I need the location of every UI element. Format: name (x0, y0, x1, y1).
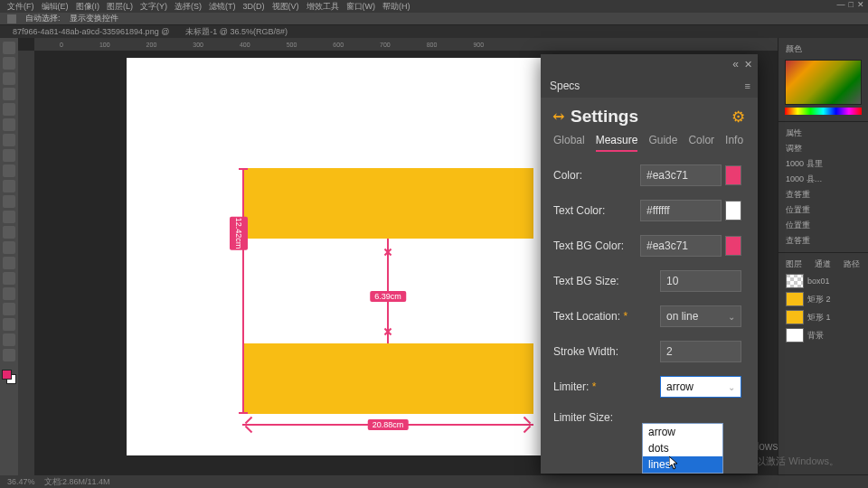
specs-panel: « ✕ Specs ≡ ⤢Settings ⚙ Global Measure G… (541, 54, 758, 474)
color-panel-tab[interactable]: 颜色 (782, 42, 864, 57)
status-bar: 36.47% 文档:2.86M/11.4M (0, 475, 868, 488)
menu-edit[interactable]: 编辑(E) (42, 1, 69, 13)
color-picker[interactable] (785, 60, 862, 105)
menu-filter[interactable]: 滤镜(T) (209, 1, 236, 13)
limiter-label: Limiter: (553, 380, 660, 393)
limiter-select[interactable]: arrow⌄ (660, 376, 741, 398)
spec-arrow (524, 426, 531, 433)
textbgsize-label: Text BG Size: (553, 275, 660, 287)
menu-image[interactable]: 图像(I) (76, 1, 100, 13)
limiter-dropdown[interactable]: arrow dots lines (642, 423, 723, 474)
menu-help[interactable]: 帮助(H) (382, 1, 410, 13)
layer-row[interactable]: 矩形 1 (782, 308, 864, 326)
tab-color[interactable]: Color (688, 134, 714, 152)
pen-tool[interactable] (3, 272, 15, 285)
textcolor-label: Text Color: (553, 204, 640, 217)
zoom-tool[interactable] (3, 349, 15, 361)
menu-window[interactable]: 窗口(W) (346, 1, 376, 13)
type-tool[interactable] (3, 287, 15, 300)
limiter-option-arrow[interactable]: arrow (643, 424, 722, 440)
menu-3d[interactable]: 3D(D) (243, 2, 265, 11)
collapse-icon[interactable]: « (732, 58, 739, 70)
wand-tool[interactable] (3, 88, 15, 100)
history-brush-tool[interactable] (3, 195, 15, 208)
specs-tab-title[interactable]: Specs (541, 74, 589, 98)
specs-nav-tabs: Global Measure Guide Color Info (541, 134, 758, 157)
brush-tool[interactable] (3, 164, 15, 177)
textloc-label: Text Location: (553, 310, 660, 323)
textbgsize-input[interactable]: 10 (660, 270, 741, 292)
minimize-button[interactable]: — (837, 0, 845, 9)
textbg-input[interactable]: #ea3c71 (640, 235, 722, 257)
stamp-tool[interactable] (3, 180, 15, 192)
textbg-label: Text BG Color: (553, 239, 640, 252)
gradient-tool[interactable] (3, 226, 15, 239)
lasso-tool[interactable] (3, 72, 15, 85)
eraser-tool[interactable] (3, 211, 15, 223)
heal-tool[interactable] (3, 149, 15, 162)
menu-plugins[interactable]: 增效工具 (307, 1, 339, 13)
specs-panel-header[interactable]: « ✕ (541, 54, 758, 74)
doc-tab-2[interactable]: 未标题-1 @ 36.5%(RGB/8#) (180, 26, 293, 38)
adjust-panel-tab[interactable]: 调整 (782, 141, 864, 156)
prop-row: 位置重 (782, 218, 864, 233)
opt-auto-select[interactable]: 自动选择: (25, 13, 61, 24)
spec-line-height (242, 170, 244, 414)
spec-arrow (524, 417, 531, 424)
fg-bg-swatch[interactable] (2, 370, 16, 384)
layers-tab[interactable]: 图层 (782, 257, 806, 272)
shape-tool[interactable] (3, 318, 15, 331)
menu-select[interactable]: 选择(S) (175, 1, 202, 13)
color-input[interactable]: #ea3c71 (640, 164, 722, 186)
prop-row: 查答重 (782, 187, 864, 202)
path-tool[interactable] (3, 303, 15, 315)
hand-tool[interactable] (3, 333, 15, 346)
marquee-tool[interactable] (3, 57, 15, 70)
crop-tool[interactable] (3, 103, 15, 116)
layer-row[interactable]: 矩形 2 (782, 290, 864, 308)
limiter-option-lines[interactable]: lines (643, 456, 722, 473)
menu-file[interactable]: 文件(F) (7, 1, 34, 13)
tab-info[interactable]: Info (725, 134, 743, 152)
gear-icon[interactable]: ⚙ (731, 108, 745, 127)
close-icon[interactable]: ✕ (744, 59, 752, 70)
tab-guide[interactable]: Guide (648, 134, 677, 152)
ruler-horizontal: 0100200300400500600700800900 (34, 38, 778, 51)
doc-tab-1[interactable]: 87f966-4a81-48ab-a9cd-335961894.png @ (7, 27, 175, 36)
textloc-select[interactable]: on line⌄ (660, 305, 741, 327)
specs-body: Color:#ea3c71 Text Color:#ffffff Text BG… (541, 157, 758, 455)
rect-2[interactable] (242, 343, 533, 414)
opt-transform[interactable]: 显示变换控件 (70, 13, 118, 24)
channels-tab[interactable]: 通道 (811, 257, 835, 272)
maximize-button[interactable]: □ (849, 0, 854, 9)
textbg-swatch[interactable] (725, 236, 741, 256)
menu-type[interactable]: 文字(Y) (140, 1, 167, 13)
props-panel-tab[interactable]: 属性 (782, 126, 864, 141)
chevron-down-icon: ⌄ (728, 312, 735, 322)
menu-icon[interactable]: ≡ (738, 80, 758, 91)
zoom-level[interactable]: 36.47% (7, 477, 35, 486)
layer-row[interactable]: box01 (782, 272, 864, 290)
layer-row[interactable]: 背景 (782, 326, 864, 344)
tab-measure[interactable]: Measure (596, 134, 638, 152)
home-icon[interactable] (7, 14, 16, 23)
tab-global[interactable]: Global (553, 134, 585, 152)
prop-row: 位置重 (782, 202, 864, 218)
move-tool[interactable] (3, 42, 15, 54)
eyedropper-tool[interactable] (3, 134, 15, 146)
stroke-label: Stroke Width: (553, 345, 660, 358)
hue-slider[interactable] (785, 108, 862, 115)
blur-tool[interactable] (3, 241, 15, 254)
frame-tool[interactable] (3, 118, 15, 131)
rect-1[interactable] (242, 168, 533, 239)
limiter-option-dots[interactable]: dots (643, 440, 722, 456)
paths-tab[interactable]: 路径 (840, 257, 863, 272)
textcolor-swatch[interactable] (725, 201, 741, 221)
stroke-input[interactable]: 2 (660, 341, 741, 362)
menu-layer[interactable]: 图层(L) (107, 1, 133, 13)
dodge-tool[interactable] (3, 257, 15, 269)
color-swatch[interactable] (725, 165, 741, 185)
menu-view[interactable]: 视图(V) (272, 1, 299, 13)
close-button[interactable]: ✕ (857, 0, 864, 9)
textcolor-input[interactable]: #ffffff (640, 200, 722, 221)
